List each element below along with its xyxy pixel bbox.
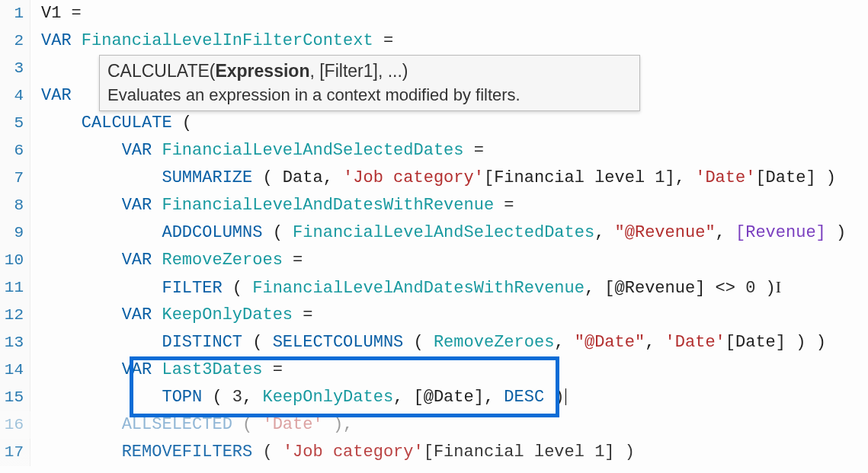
keyword: DESC [504, 388, 544, 407]
code-content[interactable]: REMOVEFILTERS ( 'Job category'[Financial… [30, 439, 868, 466]
keyword: VAR [122, 360, 152, 379]
tooltip-signature: CALCULATE(Expression, [Filter1], ...) [107, 59, 632, 83]
code-content[interactable]: VAR FinancialLevelInFilterContext = [30, 27, 868, 55]
code-content[interactable]: VAR Last3Dates = [30, 356, 868, 384]
code-text: ) [826, 223, 846, 242]
keyword: VAR [41, 31, 72, 50]
function-name: REMOVEFILTERS [122, 443, 253, 462]
code-content[interactable]: CALCULATE ( [30, 110, 868, 137]
code-text: , [645, 333, 665, 352]
code-line[interactable]: 15 TOPN ( 3, KeepOnlyDates, [@Date], DES… [0, 384, 868, 411]
code-line[interactable]: 8 VAR FinancialLevelAndDatesWithRevenue … [0, 192, 868, 219]
code-content[interactable]: TOPN ( 3, KeepOnlyDates, [@Date], DESC ) [30, 384, 868, 411]
code-line[interactable]: 16 ALLSELECTED ( 'Date' ), [0, 411, 868, 439]
code-content[interactable]: VAR RemoveZeroes = [30, 247, 868, 274]
code-text: [Financial level 1], [484, 168, 695, 187]
identifier: Last3Dates [162, 360, 262, 379]
function-name: TOPN [162, 388, 202, 407]
code-line[interactable]: 7 SUMMARIZE ( Data, 'Job category'[Finan… [0, 165, 868, 192]
line-number: 9 [0, 219, 30, 247]
code-text: , [716, 223, 735, 242]
code-text: , [@Date], [393, 388, 504, 407]
code-text: ( [232, 415, 263, 434]
code-text: ) [544, 388, 564, 407]
code-text: ( [202, 388, 232, 407]
string-literal: 'Date' [695, 168, 755, 187]
line-number: 8 [0, 192, 30, 219]
code-text: ( [223, 279, 253, 298]
keyword: VAR [122, 141, 152, 160]
code-text: = [494, 196, 514, 215]
function-name: CALCULATE [82, 113, 172, 133]
code-text: ( [262, 223, 293, 242]
code-text: , [@Revenue] <> [585, 279, 745, 298]
code-text: , [242, 388, 262, 407]
code-content[interactable]: ADDCOLUMNS ( FinancialLevelAndSelectedDa… [30, 219, 868, 247]
number: 0 [745, 279, 755, 298]
line-number: 7 [0, 165, 30, 192]
function-name: FILTER [162, 279, 222, 298]
code-text: [Date] ) ) [725, 333, 826, 352]
code-content[interactable]: SUMMARIZE ( Data, 'Job category'[Financi… [30, 165, 868, 192]
line-number: 12 [0, 302, 30, 329]
code-content[interactable]: FILTER ( FinancialLevelAndDatesWithReven… [30, 273, 868, 302]
code-editor[interactable]: 1 V1 = 2 VAR FinancialLevelInFilterConte… [0, 0, 868, 473]
code-line[interactable]: 5 CALCULATE ( [0, 110, 868, 137]
code-content[interactable]: ALLSELECTED ( 'Date' ), [30, 411, 868, 439]
code-content[interactable]: V1 = [30, 0, 868, 27]
code-line[interactable]: 13 DISTINCT ( SELECTCOLUMNS ( RemoveZero… [0, 329, 868, 356]
line-number: 11 [0, 274, 30, 302]
line-number: 5 [0, 110, 30, 137]
code-line[interactable]: 1 V1 = [0, 0, 868, 27]
text-caret-icon [565, 388, 566, 405]
function-name: ADDCOLUMNS [162, 223, 262, 242]
code-line[interactable]: 9 ADDCOLUMNS ( FinancialLevelAndSelected… [0, 219, 868, 247]
line-number: 16 [0, 411, 30, 439]
code-text: = [262, 360, 282, 379]
string-literal: 'Job category' [283, 443, 424, 462]
line-number: 17 [0, 439, 30, 466]
line-number: 13 [0, 329, 30, 356]
code-line[interactable]: 12 VAR KeepOnlyDates = [0, 302, 868, 329]
code-text: ( [242, 333, 273, 352]
code-line[interactable]: 17 REMOVEFILTERS ( 'Job category'[Financ… [0, 439, 868, 466]
code-line[interactable]: 11 FILTER ( FinancialLevelAndDatesWithRe… [0, 274, 868, 302]
identifier: FinancialLevelInFilterContext [82, 31, 373, 50]
code-content[interactable]: DISTINCT ( SELECTCOLUMNS ( RemoveZeroes,… [30, 329, 868, 356]
line-number: 10 [0, 247, 30, 274]
identifier: KeepOnlyDates [262, 388, 393, 407]
tooltip-description: Evaluates an expression in a context mod… [107, 83, 632, 107]
code-text: ( [172, 113, 192, 133]
code-text: [Financial level 1] ) [424, 443, 635, 462]
string-literal: "@Date" [575, 333, 645, 352]
line-number: 15 [0, 384, 30, 411]
code-line[interactable]: 6 VAR FinancialLevelAndSelectedDates = [0, 137, 868, 165]
number: 3 [232, 388, 242, 407]
code-line[interactable]: 10 VAR RemoveZeroes = [0, 247, 868, 274]
tooltip-sig-suffix: , [Filter1], ...) [309, 61, 408, 81]
code-content[interactable]: VAR FinancialLevelAndSelectedDates = [30, 137, 868, 165]
code-text: , [554, 333, 574, 352]
line-number: 14 [0, 356, 30, 384]
code-text: ), [323, 415, 354, 434]
code-line[interactable]: 2 VAR FinancialLevelInFilterContext = [0, 27, 868, 55]
function-name: ALLSELECTED [122, 415, 232, 434]
identifier: FinancialLevelAndDatesWithRevenue [252, 279, 585, 298]
code-content[interactable]: VAR FinancialLevelAndDatesWithRevenue = [30, 192, 868, 219]
code-text: [Date] ) [755, 168, 836, 187]
code-text: ( Data, [252, 168, 343, 187]
tooltip-sig-param: Expression [215, 61, 309, 81]
code-text: = [293, 305, 312, 324]
string-literal: 'Job category' [343, 168, 484, 187]
code-content[interactable]: VAR KeepOnlyDates = [30, 302, 868, 329]
identifier: FinancialLevelAndSelectedDates [293, 223, 594, 242]
code-line[interactable]: 14 VAR Last3Dates = [0, 356, 868, 384]
identifier: RemoveZeroes [434, 333, 554, 352]
code-text: = [464, 141, 484, 160]
identifier: KeepOnlyDates [162, 305, 293, 324]
function-name: SELECTCOLUMNS [273, 333, 404, 352]
code-text: , [594, 223, 614, 242]
function-name: DISTINCT [162, 333, 242, 352]
line-number: 3 [0, 55, 30, 82]
line-number: 6 [0, 137, 30, 165]
